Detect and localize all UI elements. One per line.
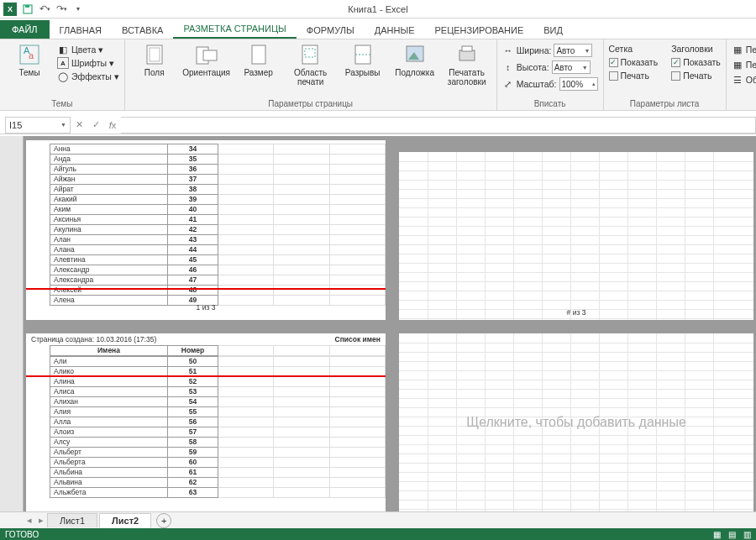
bring-forward-icon: ▦ xyxy=(732,44,743,55)
table-row[interactable]: Анда35 xyxy=(50,155,386,165)
add-data-placeholder[interactable]: Щелкните, чтобы добавить данные xyxy=(399,415,753,430)
gridlines-view-check[interactable]: Показать xyxy=(609,56,659,68)
fx-icon[interactable]: fx xyxy=(104,120,121,130)
table-row[interactable]: Али50 xyxy=(50,356,386,366)
table-row[interactable]: Аким40 xyxy=(50,205,386,215)
table-row[interactable]: Альбина61 xyxy=(50,467,386,477)
selection-pane-icon: ☰ xyxy=(732,74,743,86)
gridlines-print-check[interactable]: Печать xyxy=(609,70,659,81)
tab-view[interactable]: ВИД xyxy=(533,22,573,39)
background-button[interactable]: Подложка xyxy=(391,43,439,77)
sheet-nav-next-icon[interactable]: ▸ xyxy=(35,515,47,526)
page-2[interactable]: Страница создана: 10.03.2016 (17:35) Спи… xyxy=(25,333,386,514)
themes-button[interactable]: Aa Темы xyxy=(5,43,54,77)
headings-print-check[interactable]: Печать xyxy=(671,70,721,81)
print-area-button[interactable]: Область печати xyxy=(286,43,335,87)
tab-home[interactable]: ГЛАВНАЯ xyxy=(50,22,112,39)
orientation-button[interactable]: Ориентация xyxy=(182,43,231,77)
enter-formula-icon[interactable]: ✓ xyxy=(87,119,104,130)
table-row[interactable]: Акулина42 xyxy=(50,225,386,235)
titlebar: X ↶▾ ↷▾ ▾ Книга1 - Excel xyxy=(0,0,756,18)
table-row[interactable]: Айрат38 xyxy=(50,185,386,195)
theme-effects[interactable]: ◯Эффекты ▾ xyxy=(57,70,119,83)
normal-view-icon[interactable]: ▦ xyxy=(713,530,721,539)
workspace: A B C D E Анна34Анда35Айгуль36Айжан37Айр… xyxy=(0,136,756,516)
table-row[interactable]: Алана44 xyxy=(50,245,386,255)
table-row[interactable]: Альберт59 xyxy=(50,447,386,457)
table-row[interactable]: Альвина62 xyxy=(50,477,386,487)
send-backward-button[interactable]: ▦Переместить назад ▾ xyxy=(732,58,756,71)
table-row[interactable]: Акакий39 xyxy=(50,195,386,205)
page-layout-view-icon[interactable]: ▤ xyxy=(728,530,736,539)
table-row[interactable]: Алия55 xyxy=(50,406,386,417)
tab-review[interactable]: РЕЦЕНЗИРОВАНИЕ xyxy=(424,22,533,39)
sheet-tab-active[interactable]: Лист2 xyxy=(99,513,151,528)
table-row[interactable]: Алихан54 xyxy=(50,396,386,406)
checkbox-on-icon xyxy=(671,58,680,67)
table-row[interactable]: Анна34 xyxy=(50,144,386,155)
sheet-nav-prev-icon[interactable]: ◂ xyxy=(24,515,35,526)
save-icon[interactable] xyxy=(22,3,34,15)
table-row[interactable]: Алико51 xyxy=(50,366,386,376)
svg-rect-9 xyxy=(252,45,265,64)
sheet-tab[interactable]: Лист1 xyxy=(47,513,97,527)
table-row[interactable]: Алан43 xyxy=(50,235,386,245)
table-row[interactable]: Алсу58 xyxy=(50,437,386,447)
redo-icon[interactable]: ↷▾ xyxy=(55,3,67,15)
undo-icon[interactable]: ↶▾ xyxy=(39,3,50,15)
table-row[interactable]: Альберта60 xyxy=(50,457,386,467)
table-row[interactable]: Альжбета63 xyxy=(50,487,386,497)
table-row[interactable]: Алла56 xyxy=(50,417,386,427)
table-row[interactable]: Айжан37 xyxy=(50,175,386,185)
table-row[interactable]: Александр46 xyxy=(50,265,386,275)
table-row[interactable]: Аксинья41 xyxy=(50,215,386,225)
selection-pane-button[interactable]: ☰Область выделения xyxy=(732,73,756,87)
svg-rect-17 xyxy=(462,46,472,51)
themes-group-label: Темы xyxy=(5,97,119,110)
table-row[interactable]: Айгуль36 xyxy=(50,165,386,175)
table-row[interactable]: Алина52 xyxy=(50,376,386,386)
table-row[interactable]: Алевтина45 xyxy=(50,255,386,265)
height-combo[interactable]: Авто▼ xyxy=(552,60,591,74)
theme-colors[interactable]: ◧Цвета ▾ xyxy=(57,43,119,56)
page-footer: # из 3 xyxy=(399,308,753,317)
tab-file[interactable]: ФАЙЛ xyxy=(0,20,50,39)
name-box[interactable]: I15▼ xyxy=(5,117,71,134)
theme-fonts[interactable]: AШрифты ▾ xyxy=(57,56,119,70)
tab-data[interactable]: ДАННЫЕ xyxy=(365,22,425,39)
tab-page-layout[interactable]: РАЗМЕТКА СТРАНИЦЫ xyxy=(173,20,296,39)
bring-forward-button[interactable]: ▦Переместить вперед ▾ xyxy=(732,43,756,56)
breaks-button[interactable]: Разрывы xyxy=(339,43,387,77)
arrange-group-label: Упорядоч xyxy=(732,97,756,110)
page-placeholder[interactable]: Щелкните, чтобы добавить данные xyxy=(398,333,754,514)
table-row[interactable]: Александра47 xyxy=(50,275,386,286)
tab-insert[interactable]: ВСТАВКА xyxy=(112,22,173,39)
group-arrange: ▦Переместить вперед ▾ ▦Переместить назад… xyxy=(727,39,756,110)
size-button[interactable]: Размер xyxy=(234,43,283,77)
table-row[interactable]: Алиса53 xyxy=(50,386,386,396)
size-icon xyxy=(246,43,271,66)
status-bar: ГОТОВО ▦ ▤ ▥ xyxy=(0,528,756,540)
width-icon: ↔ xyxy=(502,45,514,56)
themes-icon: Aa xyxy=(17,43,42,66)
formula-input[interactable] xyxy=(121,117,756,134)
add-sheet-button[interactable]: + xyxy=(156,513,171,528)
table-row[interactable]: Алоиз57 xyxy=(50,427,386,437)
scale-combo[interactable]: 100%▴ xyxy=(559,77,598,91)
chevron-down-icon: ▼ xyxy=(584,48,590,54)
width-row: ↔Ширина: Авто▼ xyxy=(502,43,593,58)
header-names: Имена xyxy=(50,345,168,355)
page-break-view-icon[interactable]: ▥ xyxy=(743,530,751,539)
cancel-formula-icon[interactable]: ✕ xyxy=(71,119,87,130)
width-combo[interactable]: Авто▼ xyxy=(554,44,592,57)
page-1[interactable]: A B C D E Анна34Анда35Айгуль36Айжан37Айр… xyxy=(25,139,386,321)
tab-formulas[interactable]: ФОРМУЛЫ xyxy=(297,22,365,39)
print-titles-button[interactable]: Печатать заголовки xyxy=(443,43,491,87)
table-row[interactable]: Алексей48 xyxy=(50,286,386,296)
page-blank-top[interactable]: F G H I J K L M N # из 3 xyxy=(398,151,754,321)
sheet-options-group-label: Параметры листа xyxy=(609,97,721,110)
qat-customize-icon[interactable]: ▾ xyxy=(72,3,84,15)
margins-button[interactable]: Поля xyxy=(130,43,179,77)
svg-rect-16 xyxy=(459,50,475,60)
headings-view-check[interactable]: Показать xyxy=(671,56,721,68)
